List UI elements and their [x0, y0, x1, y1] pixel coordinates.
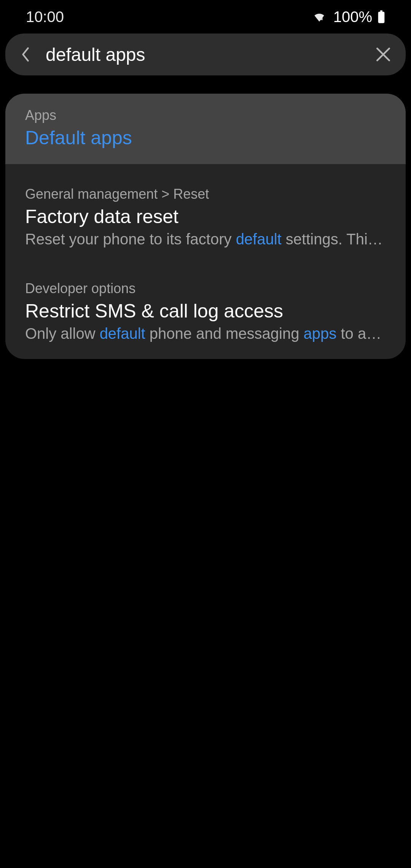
- result-item-default-apps[interactable]: Apps Default apps: [5, 94, 406, 164]
- search-bar: [5, 34, 406, 75]
- result-description: Reset your phone to its factory default …: [25, 231, 386, 248]
- result-description: Only allow default phone and messaging a…: [25, 325, 386, 342]
- status-time: 10:00: [26, 8, 64, 26]
- battery-percentage: 100%: [333, 8, 372, 26]
- battery-icon: [378, 10, 385, 23]
- result-title: Default apps: [25, 126, 386, 150]
- search-results: Apps Default apps General management > R…: [5, 94, 406, 359]
- close-icon[interactable]: [375, 46, 391, 62]
- result-title: Factory data reset: [25, 204, 386, 229]
- result-title: Restrict SMS & call log access: [25, 299, 386, 324]
- result-item-factory-reset[interactable]: General management > Reset Factory data …: [5, 164, 406, 260]
- svg-rect-0: [380, 10, 383, 11]
- status-bar: 10:00 100%: [0, 0, 411, 34]
- svg-rect-1: [378, 12, 385, 23]
- result-item-restrict-sms[interactable]: Developer options Restrict SMS & call lo…: [5, 260, 406, 359]
- result-breadcrumb: General management > Reset: [25, 186, 386, 202]
- back-icon[interactable]: [20, 47, 31, 62]
- result-breadcrumb: Developer options: [25, 281, 386, 297]
- search-input[interactable]: [46, 44, 375, 65]
- result-breadcrumb: Apps: [25, 107, 386, 123]
- status-right: 100%: [312, 8, 385, 26]
- wifi-icon: [312, 10, 327, 24]
